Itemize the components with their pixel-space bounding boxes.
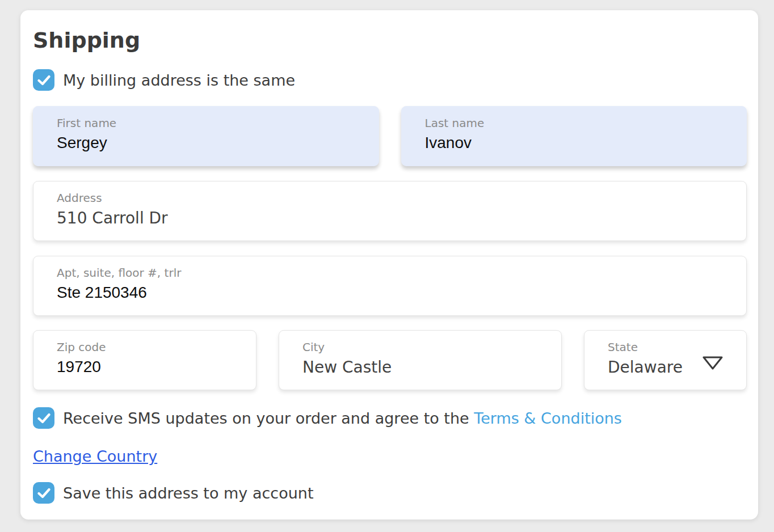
state-dropdown-field[interactable]: State <box>584 330 747 390</box>
address-row: Address <box>33 181 747 241</box>
check-icon <box>37 413 51 424</box>
terms-and-conditions-link[interactable]: Terms & Conditions <box>474 409 622 427</box>
apt-input[interactable] <box>57 284 735 302</box>
last-name-field[interactable]: Last name <box>401 106 747 166</box>
address-field[interactable]: Address <box>33 181 747 241</box>
apt-label: Apt, suite, floor #, trlr <box>57 266 735 280</box>
apt-row: Apt, suite, floor #, trlr <box>33 256 747 316</box>
billing-same-checkbox[interactable] <box>33 69 54 91</box>
change-country-row: Change Country <box>33 429 747 465</box>
save-address-row: Save this address to my account <box>33 482 747 504</box>
name-fields-row: First name Last name <box>33 106 747 166</box>
sms-updates-row: Receive SMS updates on your order and ag… <box>33 407 747 429</box>
city-label: City <box>302 340 550 354</box>
save-address-checkbox[interactable] <box>33 482 54 504</box>
billing-same-label: My billing address is the same <box>63 71 295 89</box>
zip-field[interactable]: Zip code <box>33 330 256 390</box>
check-icon <box>37 488 51 499</box>
check-icon <box>37 75 51 86</box>
city-field[interactable]: City <box>279 330 562 390</box>
sms-updates-checkbox[interactable] <box>33 407 54 429</box>
page-title: Shipping <box>33 28 747 52</box>
address-input[interactable] <box>57 209 735 227</box>
sms-updates-label-text: Receive SMS updates on your order and ag… <box>63 409 474 427</box>
city-input[interactable] <box>302 358 550 377</box>
address-label: Address <box>57 191 735 205</box>
last-name-input[interactable] <box>425 134 735 152</box>
zip-label: Zip code <box>57 340 245 354</box>
shipping-card: Shipping My billing address is the same … <box>20 10 758 520</box>
first-name-input[interactable] <box>57 134 367 152</box>
first-name-field[interactable]: First name <box>33 106 379 166</box>
zip-input[interactable] <box>57 358 245 376</box>
change-country-link[interactable]: Change Country <box>33 447 157 465</box>
last-name-label: Last name <box>425 116 735 130</box>
state-label: State <box>608 340 735 354</box>
apt-field[interactable]: Apt, suite, floor #, trlr <box>33 256 747 316</box>
sms-updates-label: Receive SMS updates on your order and ag… <box>63 409 622 427</box>
first-name-label: First name <box>57 116 367 130</box>
zip-city-state-row: Zip code City State <box>33 330 747 390</box>
triangle-down-icon[interactable] <box>702 356 723 370</box>
billing-same-row: My billing address is the same <box>33 69 747 91</box>
save-address-label: Save this address to my account <box>63 484 313 502</box>
